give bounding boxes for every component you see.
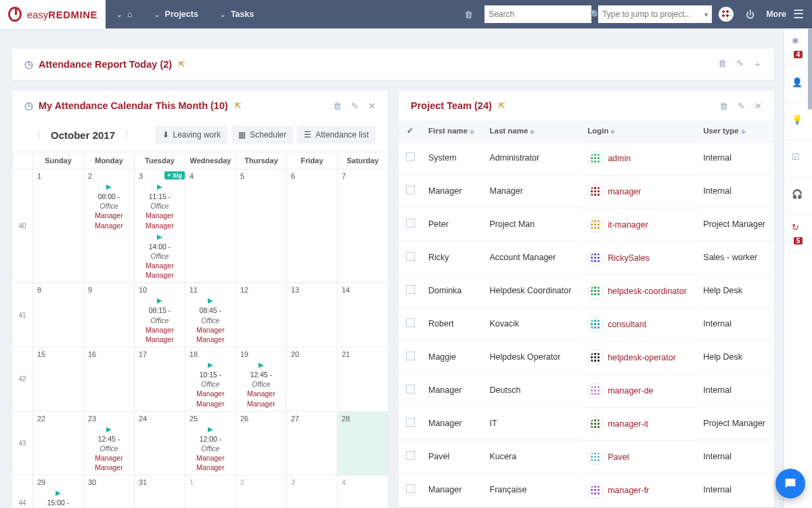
signup-pill[interactable]: + Sig — [164, 171, 185, 179]
attendance-list-button[interactable]: ☰Attendance list — [297, 126, 376, 144]
calendar-day[interactable]: 29▶15:00 - Office — [32, 475, 83, 508]
calendar-day[interactable]: 31 — [134, 475, 185, 508]
external-icon[interactable]: ⇱ — [235, 102, 241, 110]
calendar-event[interactable]: 12:00 - OfficeManager Manager — [189, 434, 231, 473]
cell-login[interactable]: manager-de — [581, 374, 696, 407]
calendar-day[interactable]: 6 — [286, 169, 337, 282]
table-row[interactable]: ManagerFrançaisemanager-frInternal — [399, 473, 774, 507]
calendar-day[interactable]: 30 — [83, 475, 134, 508]
calendar-day[interactable]: 20 — [286, 347, 337, 411]
calendar-day[interactable]: 25▶12:00 - OfficeManager Manager — [185, 412, 235, 475]
calendar-event[interactable]: 11:15 - OfficeManager Manager — [139, 192, 181, 230]
leaving-work-button[interactable]: ⬇Leaving work — [156, 126, 228, 144]
calendar-event[interactable]: 08:15 - OfficeManager Manager — [139, 305, 181, 344]
calendar-day[interactable]: 1 — [32, 169, 83, 282]
row-checkbox[interactable] — [406, 352, 415, 360]
external-icon[interactable]: ⇱ — [179, 60, 185, 69]
close-icon[interactable]: ✕ — [754, 101, 762, 111]
calendar-day[interactable]: 24 — [134, 412, 185, 475]
calendar-day[interactable]: 13 — [286, 283, 337, 347]
search-box[interactable]: 🔍 — [484, 5, 591, 23]
calendar-day[interactable]: 14 — [337, 283, 388, 347]
calendar-day[interactable]: 19▶12:45 - OfficeManager Manager — [235, 347, 286, 411]
more-menu[interactable]: More — [766, 9, 786, 19]
trash-icon[interactable]: 🗑 — [333, 101, 342, 111]
check-all-icon[interactable]: ✓ — [407, 127, 413, 135]
cell-login[interactable]: manager-fr — [581, 473, 696, 507]
current-user-avatar[interactable] — [719, 7, 734, 22]
calendar-day[interactable]: 15 — [32, 347, 83, 411]
cell-login[interactable]: RickySales — [581, 241, 696, 274]
scheduler-button[interactable]: ▦Scheduler — [231, 126, 293, 144]
cell-login[interactable]: helpdesk-coordinator — [581, 274, 696, 308]
calendar-day[interactable]: 8 — [32, 283, 83, 347]
calendar-event[interactable]: 10:15 - OfficeManager Manager — [189, 370, 231, 408]
calendar-day[interactable]: 26 — [235, 412, 286, 475]
table-row[interactable]: SystemAdministratoradminInternal — [399, 142, 774, 175]
col-login[interactable]: Login◆ — [581, 121, 696, 142]
next-month[interactable]: 〉 — [125, 129, 133, 141]
row-checkbox[interactable] — [406, 252, 415, 261]
calendar-day[interactable]: 2▶08:00 - OfficeManager Manager — [83, 169, 134, 282]
rail-time[interactable]: ↻ 5 — [784, 215, 812, 252]
calendar-day[interactable]: 1 — [185, 475, 235, 508]
add-icon[interactable]: ＋ — [753, 58, 762, 70]
menu-home[interactable]: ⌄ ⌂ — [106, 0, 143, 28]
table-row[interactable]: MaggieHelpdesk Operatorhelpdesk-operator… — [399, 341, 774, 374]
chat-fab[interactable] — [775, 469, 805, 499]
table-row[interactable]: ManagerManagermanagerInternal — [399, 175, 774, 208]
calendar-day[interactable]: 9 — [83, 283, 134, 347]
edit-icon[interactable]: ✎ — [738, 101, 745, 111]
calendar-day[interactable]: 5 — [235, 169, 286, 282]
external-icon[interactable]: ⇱ — [499, 102, 505, 110]
cell-login[interactable]: manager-it — [581, 407, 696, 440]
col-type[interactable]: User type◆ — [696, 121, 774, 142]
col-last[interactable]: Last name◆ — [483, 121, 581, 142]
row-checkbox[interactable] — [406, 484, 415, 493]
cell-login[interactable]: manager — [581, 175, 696, 208]
table-row[interactable]: DominkaHelpdesk Coordinatorhelpdesk-coor… — [399, 274, 774, 308]
calendar-day[interactable]: 10▶08:15 - OfficeManager Manager — [134, 283, 185, 347]
prev-month[interactable]: 〈 — [32, 129, 41, 141]
calendar-day[interactable]: 11▶08:45 - OfficeManager Manager — [185, 283, 235, 347]
logo[interactable]: easyREDMINE — [0, 0, 106, 28]
row-checkbox[interactable] — [406, 152, 415, 161]
row-checkbox[interactable] — [406, 318, 415, 327]
calendar-day[interactable]: 4 — [337, 475, 388, 508]
calendar-day[interactable]: 12 — [235, 283, 286, 347]
col-first[interactable]: First name◆ — [422, 121, 483, 142]
row-checkbox[interactable] — [406, 186, 415, 194]
calendar-day[interactable]: 21 — [337, 347, 388, 411]
cell-login[interactable]: consultant — [581, 308, 696, 341]
row-checkbox[interactable] — [406, 385, 415, 394]
edit-icon[interactable]: ✎ — [351, 101, 359, 111]
table-row[interactable]: ManagerITmanager-itProject Manager — [399, 407, 774, 440]
cell-login[interactable]: Pavel — [581, 440, 696, 473]
rail-support[interactable]: 🎧 — [784, 177, 812, 215]
calendar-day[interactable]: 28 — [337, 412, 388, 475]
row-checkbox[interactable] — [406, 451, 415, 460]
cell-login[interactable]: helpdesk-operator — [581, 341, 696, 374]
calendar-day[interactable]: 7 — [337, 169, 388, 282]
table-row[interactable]: PavelKuceraPavelInternal — [399, 440, 774, 473]
cell-login[interactable]: admin — [581, 142, 696, 175]
calendar-event[interactable]: 15:00 - Office — [37, 498, 79, 508]
calendar-day[interactable]: 3 — [286, 475, 337, 508]
cell-login[interactable]: it-manager — [581, 208, 696, 241]
calendar-day[interactable]: 3+ Sig▶11:15 - OfficeManager Manager▶14:… — [134, 169, 185, 282]
power-icon[interactable]: ⏻ — [740, 5, 759, 24]
row-checkbox[interactable] — [406, 285, 415, 294]
row-checkbox[interactable] — [406, 418, 415, 427]
search-input[interactable] — [489, 9, 590, 19]
table-row[interactable]: ManagerDeutschmanager-deInternal — [399, 374, 774, 407]
calendar-event[interactable]: 12:45 - OfficeManager Manager — [240, 370, 282, 408]
trash-icon[interactable]: 🗑 — [719, 101, 728, 111]
calendar-event[interactable]: 08:00 - OfficeManager Manager — [88, 192, 130, 230]
calendar-event[interactable]: 08:45 - OfficeManager Manager — [189, 305, 231, 344]
calendar-event[interactable]: 12:45 - OfficeManager Manager — [88, 434, 130, 473]
row-checkbox[interactable] — [406, 219, 415, 228]
calendar-event[interactable]: 14:00 - OfficeManager Manager — [139, 242, 181, 280]
table-row[interactable]: RickyAccount ManagerRickySalesSales - wo… — [399, 241, 774, 274]
rail-check[interactable]: ☑ — [784, 140, 812, 177]
burger-icon[interactable]: ☰ — [793, 7, 804, 22]
